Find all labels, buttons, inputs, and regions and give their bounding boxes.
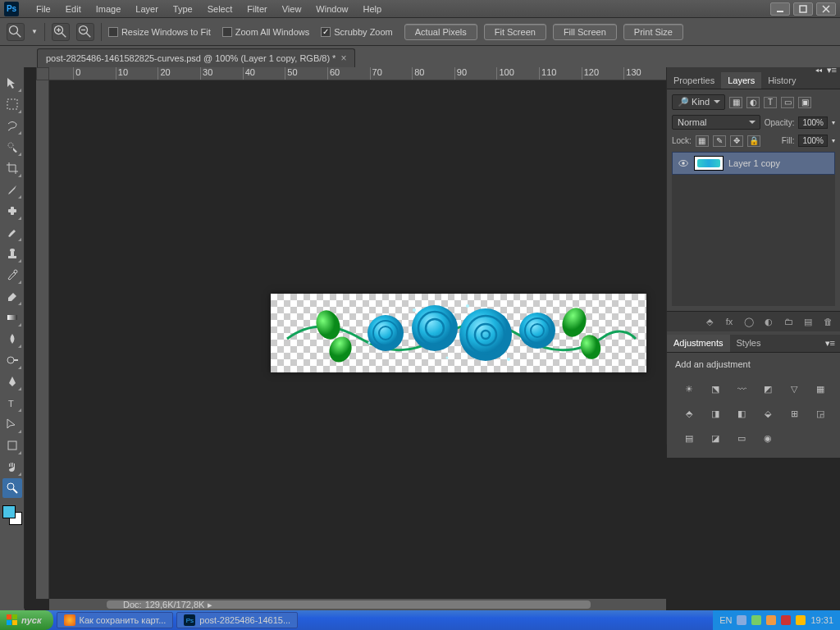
window-minimize-button[interactable]: [770, 2, 790, 16]
filter-pixel-icon[interactable]: ▦: [729, 97, 742, 108]
pen-tool[interactable]: [2, 372, 22, 391]
menu-file[interactable]: File: [29, 2, 58, 16]
start-button[interactable]: пуск: [0, 610, 53, 630]
lock-position-icon[interactable]: ✥: [730, 135, 743, 147]
vibrance-icon[interactable]: ▽: [785, 381, 803, 397]
zoom-in-icon[interactable]: [52, 23, 70, 41]
chevron-down-icon[interactable]: ▼: [31, 28, 38, 35]
close-tab-icon[interactable]: ×: [340, 52, 346, 64]
ruler-origin[interactable]: [36, 67, 49, 80]
clock[interactable]: 19:31: [810, 615, 833, 625]
fill-value[interactable]: 100%: [798, 135, 828, 147]
hand-tool[interactable]: [2, 457, 22, 477]
system-tray[interactable]: EN 19:31: [713, 610, 840, 630]
document-tab[interactable]: post-2825486-1461582825-curves.psd @ 100…: [37, 48, 355, 67]
path-select-tool[interactable]: [2, 414, 22, 434]
filter-smart-icon[interactable]: ▣: [798, 97, 811, 108]
delete-layer-icon[interactable]: 🗑: [820, 315, 835, 328]
zoom-out-icon[interactable]: [76, 23, 94, 41]
selective-color-icon[interactable]: ◉: [759, 430, 777, 446]
layer-mask-icon[interactable]: ◯: [742, 315, 756, 328]
panel-menu-icon[interactable]: ▾≡: [820, 335, 840, 352]
actual-pixels-button[interactable]: Actual Pixels: [404, 24, 477, 40]
dodge-tool[interactable]: [2, 350, 22, 370]
layer-name[interactable]: Layer 1 copy: [728, 158, 780, 168]
marquee-tool[interactable]: [2, 94, 22, 114]
layers-empty-area[interactable]: [672, 175, 835, 306]
panel-menu-icon[interactable]: ▾≡: [827, 65, 837, 75]
channel-mixer-icon[interactable]: ⬙: [759, 405, 777, 422]
color-swatches[interactable]: [1, 504, 24, 532]
tray-icon[interactable]: [796, 615, 806, 625]
move-tool[interactable]: [2, 73, 22, 93]
taskbar-item-firefox[interactable]: Как сохранить карт...: [57, 612, 174, 628]
threshold-icon[interactable]: ◪: [706, 430, 724, 446]
vertical-ruler[interactable]: [36, 80, 49, 599]
blur-tool[interactable]: [2, 329, 22, 349]
lock-transparency-icon[interactable]: ▦: [696, 135, 709, 147]
type-tool[interactable]: T: [2, 393, 22, 413]
tab-layers[interactable]: Layers: [721, 72, 761, 89]
tray-icon[interactable]: [766, 615, 776, 625]
history-brush-tool[interactable]: [2, 265, 22, 285]
quick-select-tool[interactable]: [2, 137, 22, 157]
healing-tool[interactable]: [2, 201, 22, 221]
print-size-button[interactable]: Print Size: [623, 24, 683, 40]
opacity-value[interactable]: 100%: [798, 116, 828, 129]
stamp-tool[interactable]: [2, 244, 22, 263]
lock-all-icon[interactable]: 🔒: [747, 135, 760, 147]
resize-windows-checkbox[interactable]: Resize Windows to Fit: [108, 27, 211, 37]
eyedropper-tool[interactable]: [2, 180, 22, 199]
zoom-tool[interactable]: [2, 478, 22, 498]
brush-tool[interactable]: [2, 222, 22, 242]
menu-window[interactable]: Window: [308, 2, 355, 16]
fit-screen-button[interactable]: Fit Screen: [484, 24, 546, 40]
color-lookup-icon[interactable]: ⊞: [785, 405, 803, 422]
zoom-all-checkbox[interactable]: Zoom All Windows: [222, 27, 309, 37]
menu-type[interactable]: Type: [166, 2, 200, 16]
tray-icon[interactable]: [737, 615, 746, 625]
taskbar-item-photoshop[interactable]: Pspost-2825486-14615...: [176, 612, 298, 628]
tray-icon[interactable]: [751, 615, 761, 625]
document-canvas[interactable]: [271, 294, 646, 372]
gradient-tool[interactable]: [2, 308, 22, 327]
tab-properties[interactable]: Properties: [667, 72, 721, 89]
eraser-tool[interactable]: [2, 286, 22, 306]
color-balance-icon[interactable]: ⬘: [680, 405, 698, 422]
doc-info[interactable]: Doc:129,6K/172,8K▸: [123, 599, 212, 610]
foreground-color-swatch[interactable]: [2, 505, 16, 518]
scrubby-zoom-checkbox[interactable]: Scrubby Zoom: [321, 27, 393, 37]
blend-mode-dropdown[interactable]: Normal: [672, 115, 760, 130]
layer-thumbnail[interactable]: [694, 156, 724, 171]
brightness-icon[interactable]: ☀: [680, 381, 698, 397]
window-close-button[interactable]: [816, 2, 836, 16]
menu-view[interactable]: View: [275, 2, 309, 16]
crop-tool[interactable]: [2, 158, 22, 178]
tray-icon[interactable]: [781, 615, 791, 625]
new-group-icon[interactable]: 🗀: [781, 315, 796, 328]
layer-fx-icon[interactable]: fx: [722, 315, 737, 328]
layer-filter-dropdown[interactable]: 🔎 Kind: [672, 94, 725, 110]
tab-adjustments[interactable]: Adjustments: [667, 335, 730, 352]
horizontal-ruler[interactable]: 0102030405060708090100110120130: [49, 67, 666, 80]
filter-shape-icon[interactable]: ▭: [781, 97, 794, 108]
new-layer-icon[interactable]: ▤: [801, 315, 815, 328]
language-indicator[interactable]: EN: [719, 615, 732, 625]
lasso-tool[interactable]: [2, 116, 22, 135]
exposure-icon[interactable]: ◩: [759, 381, 777, 397]
photo-filter-icon[interactable]: ◧: [733, 405, 751, 422]
menu-edit[interactable]: Edit: [58, 2, 89, 16]
layer-item[interactable]: Layer 1 copy: [672, 152, 835, 175]
bw-icon[interactable]: ◨: [706, 405, 724, 422]
chevron-down-icon[interactable]: ▾: [832, 119, 835, 126]
shape-tool[interactable]: [2, 436, 22, 455]
invert-icon[interactable]: ◲: [811, 405, 829, 422]
levels-icon[interactable]: ⬔: [706, 381, 724, 397]
filter-type-icon[interactable]: T: [764, 97, 777, 108]
tool-preset-icon[interactable]: [7, 23, 25, 41]
fill-screen-button[interactable]: Fill Screen: [553, 24, 617, 40]
posterize-icon[interactable]: ▤: [680, 430, 698, 446]
curves-icon[interactable]: 〰: [733, 381, 751, 397]
gradient-map-icon[interactable]: ▭: [733, 430, 751, 446]
menu-select[interactable]: Select: [200, 2, 240, 16]
